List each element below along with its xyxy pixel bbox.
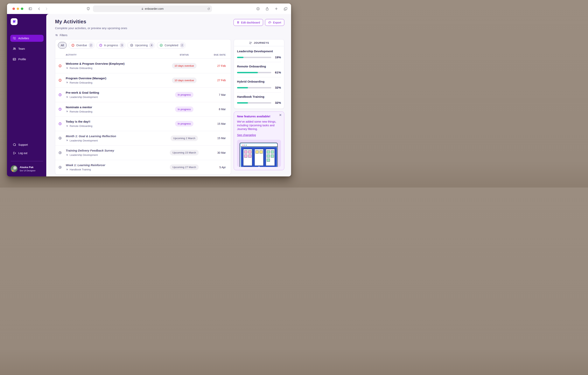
table-row[interactable]: Month 1: Goal & Learning Reflection Lead… <box>55 131 231 146</box>
table-row[interactable]: Training Delivery Feedback Survey Leader… <box>55 145 231 160</box>
export-button[interactable]: Export <box>265 19 284 26</box>
lock-icon <box>141 8 144 10</box>
progress-bar <box>237 102 271 103</box>
sidebar-item-profile[interactable]: Profile <box>10 56 43 63</box>
alert-circle-icon <box>58 79 62 82</box>
arrow-circle-icon <box>58 151 62 154</box>
chip-label: Upcoming <box>135 44 147 47</box>
journey-item: Remote Onboarding 61% <box>237 62 281 77</box>
id-card-icon <box>13 58 16 61</box>
journey-name: Leadership Development <box>237 50 281 53</box>
due-date: 15 Mar <box>207 122 226 125</box>
journey-icon <box>66 67 68 70</box>
table-row[interactable]: Week 1: Learning Reinforcer Handbook Tra… <box>55 160 231 175</box>
journey-item: Handbook Training 32% <box>237 92 281 107</box>
sidebar-item-team[interactable]: Team <box>10 45 43 52</box>
activity-title: Program Overview (Manager) <box>66 77 161 80</box>
minimize-window-button[interactable] <box>17 8 19 10</box>
see-changelog-link[interactable]: See changelog <box>237 133 256 137</box>
table-row[interactable]: Program Overview (Manager) Remote Onboar… <box>55 73 231 88</box>
table-row[interactable]: Today is the day!! Remote Onboarding In … <box>55 117 231 131</box>
user-profile[interactable]: Alaska Pak Snr UI Designer <box>10 165 43 172</box>
chip-label: Completed <box>165 44 178 47</box>
user-role: Snr UI Designer <box>20 169 36 172</box>
table-row[interactable]: Pre-work & Goal Setting Leadership Devel… <box>55 88 231 102</box>
filters-button[interactable]: Filters <box>55 34 284 37</box>
enboarder-logo <box>11 18 18 25</box>
table-row[interactable]: Welcome & Program Overview (Employee) Re… <box>55 59 231 73</box>
status-badge: In progress <box>175 121 194 126</box>
new-tab-icon[interactable] <box>274 7 278 11</box>
url-bar[interactable]: enboarder.com <box>93 5 212 12</box>
sidebar-item-activities[interactable]: Activities <box>10 35 43 42</box>
table-header: ACTIVITY STATUS DUE DATE <box>55 51 231 59</box>
progress-bar <box>237 57 271 58</box>
checklist-icon <box>13 37 16 40</box>
clock-icon <box>99 43 103 47</box>
route-icon <box>249 41 252 44</box>
chip-count-badge: 2 <box>89 43 93 48</box>
page-subtitle: Complete your activities, or preview any… <box>55 26 127 30</box>
sidebar-item-label: Profile <box>18 58 26 61</box>
filter-chips: All Overdue 2 In progress 3 Upcoming 4 C… <box>55 40 231 51</box>
downloads-icon[interactable] <box>256 7 260 11</box>
activity-journey: Leadership Development <box>70 139 98 142</box>
chip-count-badge: 2 <box>180 43 185 48</box>
sidebar-item-support[interactable]: Support <box>10 141 43 148</box>
activity-journey: Handbook Training <box>70 168 91 171</box>
user-name: Alaska Pak <box>20 166 36 169</box>
chip-label: In progress <box>104 44 118 47</box>
share-icon[interactable] <box>265 7 269 11</box>
activity-journey: Remote Onboarding <box>70 124 92 127</box>
status-badge: 10 days overdue <box>172 63 197 69</box>
column-status: STATUS <box>161 54 207 56</box>
journey-icon <box>66 139 68 142</box>
alert-circle-icon <box>58 64 62 68</box>
close-window-button[interactable] <box>12 8 15 10</box>
table-row[interactable]: Nominate a mentor Remote Onboarding In p… <box>55 102 231 117</box>
status-badge: Upcoming 15 March <box>170 150 199 155</box>
team-icon <box>13 47 16 51</box>
zoom-window-button[interactable] <box>21 8 23 10</box>
journey-name: Remote Onboarding <box>237 65 281 68</box>
sidebar-item-label: Support <box>18 143 28 146</box>
back-icon[interactable] <box>37 7 41 11</box>
sidebar-divider <box>11 161 43 161</box>
progress-bar <box>237 72 271 73</box>
filter-chip-upcoming[interactable]: Upcoming 4 <box>127 42 155 49</box>
close-icon[interactable]: ✕ <box>279 113 282 117</box>
sidebar-footer: Support Log out Alaska Pak Snr UI Design… <box>10 141 43 172</box>
reload-icon[interactable] <box>207 7 210 10</box>
due-date: 27 Feb <box>207 64 226 67</box>
forward-icon[interactable] <box>44 7 48 11</box>
promo-title: New features available! <box>237 115 281 118</box>
activity-title: Training Delivery Feedback Survey <box>66 149 161 152</box>
promo-body: We’ve added some new things, including U… <box>237 120 281 131</box>
journeys-card: JOURNEYS Leadership Development 19% Remo… <box>234 39 284 109</box>
edit-dashboard-button[interactable]: Edit dashboard <box>233 19 263 26</box>
column-activity: ACTIVITY <box>66 54 161 56</box>
status-badge: In progress <box>175 92 194 98</box>
chip-count-badge: 3 <box>120 43 124 48</box>
journey-percent: 61% <box>273 71 281 74</box>
check-circle-icon <box>159 43 163 47</box>
activity-title: Pre-work & Goal Setting <box>66 91 161 94</box>
status-badge: In progress <box>175 106 194 112</box>
journey-percent: 32% <box>273 86 281 89</box>
sidebar-item-label: Log out <box>18 152 27 155</box>
activities-table: Welcome & Program Overview (Employee) Re… <box>55 59 231 174</box>
sidebar-item-log-out[interactable]: Log out <box>10 150 43 157</box>
filter-chip-all[interactable]: All <box>58 42 67 49</box>
page-title: My Activities <box>55 19 127 25</box>
filter-chip-completed[interactable]: Completed 2 <box>157 42 186 49</box>
main-content: My Activities Complete your activities, … <box>46 14 291 176</box>
arrow-circle-icon <box>130 43 133 47</box>
due-date: 15 Mar <box>207 137 226 140</box>
shield-icon[interactable] <box>86 7 90 11</box>
filter-chip-in-progress[interactable]: In progress 3 <box>96 42 126 49</box>
progress-bar <box>237 87 271 88</box>
journey-icon <box>66 81 68 84</box>
tab-overview-icon[interactable] <box>284 7 288 11</box>
sidebar-toggle-icon[interactable] <box>28 7 32 11</box>
filter-chip-overdue[interactable]: Overdue 2 <box>69 42 94 49</box>
